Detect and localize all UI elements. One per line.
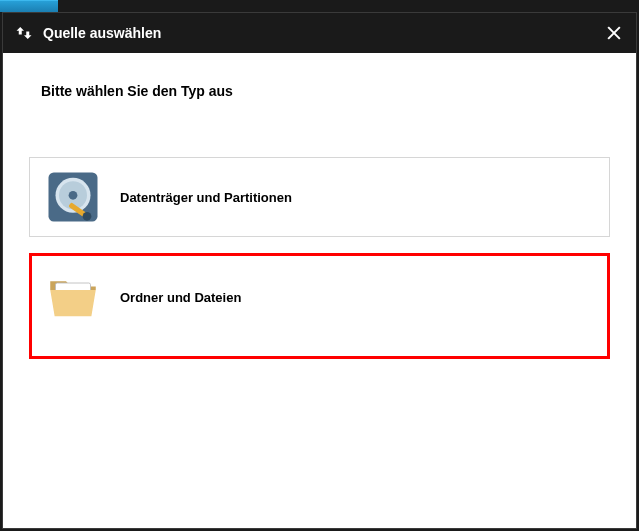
folder-icon <box>44 268 102 326</box>
close-icon <box>604 23 624 43</box>
dialog-content: Bitte wählen Sie den Typ aus Datenträger… <box>3 53 636 528</box>
option-folder-label: Ordner und Dateien <box>120 290 241 305</box>
disk-icon <box>44 168 102 226</box>
option-disk-label: Datenträger und Partitionen <box>120 190 292 205</box>
select-source-dialog: Quelle auswählen Bitte wählen Sie den Ty… <box>2 12 637 529</box>
dialog-title: Quelle auswählen <box>43 25 161 41</box>
background-tab-hint <box>0 0 58 12</box>
swap-icon <box>15 24 33 42</box>
dialog-titlebar: Quelle auswählen <box>3 13 636 53</box>
prompt-text: Bitte wählen Sie den Typ aus <box>41 83 610 99</box>
svg-point-5 <box>69 191 78 200</box>
option-folders-files[interactable]: Ordner und Dateien <box>29 253 610 359</box>
close-button[interactable] <box>604 23 624 43</box>
option-disk-partitions[interactable]: Datenträger und Partitionen <box>29 157 610 237</box>
svg-point-7 <box>83 212 92 221</box>
